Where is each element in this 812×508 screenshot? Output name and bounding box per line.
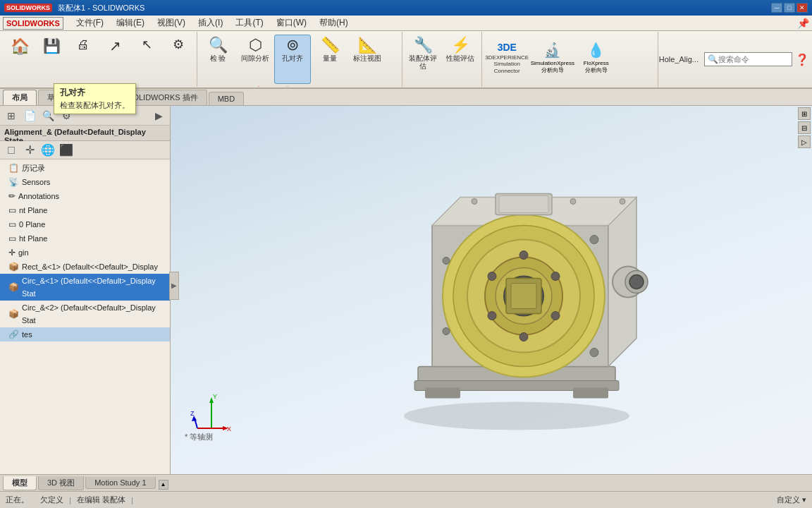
close-button[interactable]: ✕ [796,3,808,13]
menu-file[interactable]: 文件(F) [70,16,109,30]
toolbar: 🏠 💾 🖨 ↗ ↖ ⚙ 🔍 检 验 ⬡ 间隙分析 ⊚ 孔对齐 📏 量量 📐 标注… [0,31,812,89]
left-tb-config-btn[interactable]: 🔍 [39,108,56,123]
tree-item-circ1[interactable]: 📦 Circ_&<1> (Default<<Default>_Display S… [0,274,170,301]
svg-point-34 [472,199,477,205]
search-input[interactable] [718,55,789,64]
dimview-label: 标注视图 [353,54,381,62]
menu-insert[interactable]: 插入(I) [192,16,228,30]
pin-icon[interactable]: 📌 [797,18,809,29]
toolbar-sustainability-btn[interactable]: 🌿 Sustainability [574,83,616,87]
toolbar-evaluate-group: 🔍 检 验 ⬡ 间隙分析 ⊚ 孔对齐 📏 量量 📐 标注视图 ⚖ 质量属性 📌 … [198,32,402,87]
help-icon[interactable]: ❓ [795,53,809,66]
left-tb-featuretree-btn[interactable]: ⊞ [3,108,20,123]
menu-tools[interactable]: 工具(T) [230,16,269,30]
svg-rect-26 [511,284,536,309]
status-underdef[interactable]: 欠定义 [40,495,63,505]
tab-mbd[interactable]: MBD [209,92,244,105]
toolbar-dimview-btn[interactable]: 📐 标注视图 [349,35,386,84]
tree-sensors-icon: 📡 [8,176,19,188]
simxpress-label: SimulationXpress分析向导 [531,60,574,73]
left-tb-property-btn[interactable]: 📄 [21,108,38,123]
toolbar-arrow-btn[interactable]: ↗ [99,35,130,84]
tree-item-front-plane[interactable]: ▭ nt Plane [0,203,170,217]
viewport-btn2[interactable]: ⊟ [798,121,811,134]
left-sec-btn4[interactable]: ⬛ [58,143,75,158]
tree-item-mates[interactable]: 🔗 tes [0,327,170,341]
toolbar-assembly-eval-btn[interactable]: 🔧 装配体评估 [405,35,441,84]
menu-help[interactable]: 帮助(H) [314,16,354,30]
left-tb-display-btn[interactable]: ⚙ [58,108,75,123]
tree-item-right-plane[interactable]: ▭ ht Plane [0,231,170,246]
menu-edit[interactable]: 编辑(E) [111,16,150,30]
svg-point-35 [570,199,576,205]
toolbar-perf-btn[interactable]: ⚡ 性能评估 [442,35,479,84]
tab-sketch[interactable]: 草图 [38,90,72,105]
toolbar-print-btn[interactable]: 🖨 [68,35,99,84]
tree-item-rightplane-label: ht Plane [19,232,47,245]
toolbar-holealign-btn[interactable]: ⊚ 孔对齐 [274,35,311,84]
tab-bar: 布局 草图 3D模型 SOLIDWORKS 插件 MBD [0,89,812,106]
viewport-btn3[interactable]: ▷ [798,135,811,148]
window-buttons: ─ □ ✕ [771,3,808,13]
3d-model [376,141,672,440]
toolbar-floXpress-btn[interactable]: 💧 FloXpress分析向导 [575,33,617,83]
viewport-btn1[interactable]: ⊞ [798,107,811,120]
tree-item-sensors[interactable]: 📡 Sensors [0,175,170,189]
svg-point-20 [551,272,560,281]
toolbar-driveworks-btn[interactable]: ⚙ DriveWorksXpress向导 [484,83,530,87]
toolbar-simxpress-btn[interactable]: 🔬 SimulationXpress分析向导 [531,33,574,83]
left-sec-btn3[interactable]: 🌐 [39,143,56,158]
bottom-tab-model[interactable]: 模型 [3,476,37,490]
toolbar-fixedview-btn[interactable]: 📌 固定面直观 [237,85,273,87]
bottom-collapse-btn[interactable]: ▲ [159,480,168,490]
tab-3dmodel[interactable]: 3D模型 [73,90,117,105]
tree-item-history[interactable]: 📋 历记录 [0,161,170,175]
toolbar-option-btn[interactable]: ⚙ [163,35,194,84]
title-text: 装配体1 - SOLIDWORKS [58,3,765,13]
3dexp-icon: 3DE [498,42,517,53]
toolbar-measure-btn[interactable]: 📏 量量 [312,35,348,84]
tree-item-circ2[interactable]: 📦 Circ_&<2> (Default<<Default>_Display S… [0,301,170,327]
toolbar-eval2-group: 🔧 装配体评估 ⚡ 性能评估 〜 曲率 ⇌ 对称性检查 ≡ 比较文档 ✔ 检查激… [403,32,482,87]
toolbar-gap-btn[interactable]: ⬡ 间隙分析 [237,35,273,84]
left-sec-btn1[interactable]: □ [3,143,20,158]
tab-plugins[interactable]: SOLIDWORKS 插件 [118,90,207,105]
toolbar-curvature-btn[interactable]: 〜 曲率 [405,85,441,87]
toolbar-sensor-btn[interactable]: 📡 传感器 [274,85,311,87]
svg-rect-31 [499,196,548,213]
tree-rightplane-icon: ▭ [8,232,16,245]
tree-topplane-icon: ▭ [8,218,16,231]
minimize-button[interactable]: ─ [771,3,782,13]
viewport[interactable]: 孔对齐 检查装配体孔对齐。 [171,106,812,474]
tree-item-circ1-label: Circ_&<1> (Default<<Default>_Display Sta… [22,274,164,300]
toolbar-massprop-btn[interactable]: ⚖ 质量属性 [199,85,236,87]
tree-item-rect1[interactable]: 📦 Rect_&<1> (Default<<Default>_Display [0,260,170,274]
simxpress-icon: 🔬 [543,42,561,59]
tree-item-origin[interactable]: ✛ gin [0,246,170,260]
toolbar-cursor-btn[interactable]: ↖ [131,35,162,84]
toolbar-check-btn[interactable]: 🔍 检 验 [199,35,236,84]
bottom-tab-3dview[interactable]: 3D 视图 [38,476,84,490]
left-tb-expand-btn[interactable]: ▶ [150,108,167,123]
holealign-label: 孔对齐 [282,54,303,62]
toolbar-home-btn[interactable]: 🏠 [4,35,35,84]
svg-point-21 [551,312,560,320]
toolbar-search-box[interactable]: 🔍 [704,52,792,66]
tab-layout[interactable]: 布局 [3,90,37,105]
bottom-tab-motion[interactable]: Motion Study 1 [85,477,155,489]
toolbar-costing-btn[interactable]: 💰 Costing [531,83,573,87]
toolbar-save-btn[interactable]: 💾 [36,35,67,84]
maximize-button[interactable]: □ [784,3,795,13]
tree-mates-icon: 🔗 [8,328,19,341]
svg-point-23 [488,312,496,320]
menu-window[interactable]: 窗口(W) [271,16,312,30]
left-sec-btn2[interactable]: ✛ [21,143,38,158]
toolbar-symmetry-btn[interactable]: ⇌ 对称性检查 [442,85,479,87]
tree-item-annotations[interactable]: ✏ Annotations [0,189,170,203]
tree-item-top-plane[interactable]: ▭ 0 Plane [0,217,170,231]
left-collapse-btn[interactable]: ▶ [169,272,179,300]
menu-view[interactable]: 视图(V) [152,16,191,30]
toolbar-3dexperience-btn[interactable]: 3DE 3DEXPERIENCESimulationConnector [484,33,530,83]
svg-point-22 [519,333,528,341]
status-customize[interactable]: 自定义 ▾ [777,495,806,505]
